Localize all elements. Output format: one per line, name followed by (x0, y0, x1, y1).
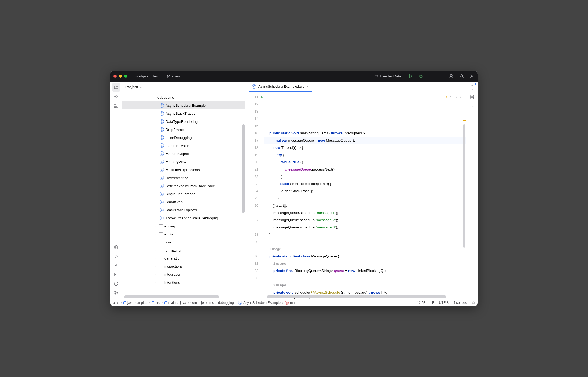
tree-twisty-icon[interactable]: › (153, 225, 157, 228)
tree-class[interactable]: CThrowExceptionWhileDebugging (122, 214, 245, 222)
breadcrumb-item[interactable]: debugging (218, 301, 234, 305)
breadcrumb-item[interactable]: java-samples (123, 301, 147, 305)
project-selector[interactable]: intellij-samples (133, 74, 165, 78)
tree-class[interactable]: CMultiLineExpressions (122, 166, 245, 174)
tree-class[interactable]: CAsyncStackTraces (122, 109, 245, 117)
code-line[interactable]: while (true) { (264, 158, 466, 166)
code-line[interactable]: } catch (InterruptedException e) { (264, 180, 466, 187)
vcs-tool-button[interactable] (112, 289, 120, 297)
tree-folder[interactable]: ›generation (122, 254, 245, 262)
tree-class[interactable]: CMemoryView (122, 158, 245, 166)
indent-settings[interactable]: 4 spaces (453, 301, 467, 305)
project-tree[interactable]: ⌄debuggingCAsyncSchedulerExampleCAsyncSt… (122, 92, 245, 295)
breadcrumb-item[interactable]: com (190, 301, 197, 305)
editor-tab[interactable]: C AsyncSchedulerExample.java × (249, 82, 312, 92)
code-line[interactable]: new Thread(() -> { (264, 144, 466, 151)
close-tab-icon[interactable]: × (307, 84, 309, 88)
code-line[interactable]: } (264, 195, 466, 202)
code-line[interactable]: private static final class MessageQueue … (264, 253, 466, 260)
problems-tool-button[interactable] (112, 279, 120, 288)
tree-class[interactable]: CMarkingObject (122, 150, 245, 158)
readonly-lock-icon[interactable] (472, 301, 475, 305)
run-button[interactable] (408, 73, 413, 79)
services-tool-button[interactable] (112, 243, 120, 252)
close-window[interactable] (113, 75, 117, 78)
tree-twisty-icon[interactable]: › (153, 281, 157, 284)
code-line[interactable]: } (264, 173, 466, 180)
editor-horizontal-scrollbar[interactable] (267, 295, 462, 298)
vcs-branch-selector[interactable]: main (165, 74, 187, 78)
tree-class[interactable]: CReverseString (122, 174, 245, 182)
file-encoding[interactable]: UTF-8 (439, 301, 449, 305)
editor-gutter[interactable]: 1112131415161718192021222324252627282930… (245, 92, 264, 299)
project-tool-button[interactable] (112, 83, 120, 92)
tree-folder[interactable]: ›editing (122, 222, 245, 230)
maven-tool-button[interactable]: m (468, 102, 476, 111)
code-line[interactable]: messageQueue.processNext(); (264, 166, 466, 173)
navigation-bar[interactable]: ples›java-samples›src›main›java›com›jetb… (113, 301, 297, 305)
tree-class[interactable]: CDataTypeRendering (122, 117, 245, 125)
zoom-window[interactable] (124, 75, 127, 78)
code-line[interactable]: private final BlockingQueue<String> queu… (264, 267, 466, 274)
tree-twisty-icon[interactable]: › (153, 257, 157, 260)
breadcrumb-item[interactable]: src (152, 301, 160, 305)
tree-folder[interactable]: ›inspections (122, 262, 245, 270)
caret-position[interactable]: 12:53 (417, 301, 425, 305)
code-line[interactable]: final var messageQueue = new MessageQueu… (264, 137, 466, 144)
tree-class[interactable]: CLambdaEvaluation (122, 142, 245, 150)
tree-folder[interactable]: ›integration (122, 270, 245, 278)
breadcrumb-item[interactable]: jetbrains (201, 301, 214, 305)
settings-button[interactable] (469, 73, 475, 79)
build-tool-button[interactable] (112, 261, 120, 270)
search-everywhere-button[interactable] (459, 73, 464, 79)
breadcrumb-item[interactable]: mmain (285, 301, 297, 305)
tree-twisty-icon[interactable]: › (153, 233, 157, 236)
more-actions[interactable]: ⋮ (428, 73, 434, 79)
commit-tool-button[interactable] (112, 92, 120, 101)
run-config-selector[interactable]: UserTestData (372, 74, 408, 78)
debug-button[interactable] (418, 73, 424, 79)
tab-list-menu[interactable]: ⋮ (458, 87, 464, 92)
tree-folder[interactable]: ›intentions (122, 278, 245, 286)
tree-class[interactable]: CSmartStep (122, 198, 245, 206)
tree-twisty-icon[interactable]: ⌄ (146, 96, 150, 99)
project-panel-header[interactable]: Project (122, 82, 245, 92)
tree-twisty-icon[interactable]: › (153, 241, 157, 244)
tree-class[interactable]: CAsyncSchedulerExample (122, 101, 245, 109)
tree-folder[interactable]: ›formatting (122, 246, 245, 254)
code-line[interactable]: e.printStackTrace(); (264, 187, 466, 195)
code-line[interactable]: } (264, 231, 466, 238)
code-line[interactable] (264, 238, 466, 245)
prev-highlight-icon[interactable]: 〈 (454, 94, 457, 101)
code-line[interactable] (264, 274, 466, 282)
error-stripe-marker[interactable] (463, 120, 466, 121)
tree-twisty-icon[interactable]: › (153, 265, 157, 268)
tree-folder[interactable]: ›entity (122, 230, 245, 238)
editor-scrollbar[interactable] (463, 124, 465, 248)
line-separator[interactable]: LF (430, 301, 434, 305)
breadcrumb-item[interactable]: java (180, 301, 186, 305)
tree-twisty-icon[interactable]: › (153, 273, 157, 276)
code-line[interactable]: messageQueue.schedule("message 3"); (264, 224, 466, 231)
tree-class[interactable]: CStackTraceExplorer (122, 206, 245, 214)
code-line[interactable]: }).start(); (264, 202, 466, 209)
tree-class[interactable]: CSetBreakpointFromStackTrace (122, 182, 245, 190)
tree-folder[interactable]: ⌄debugging (122, 93, 245, 101)
code-line[interactable]: messageQueue.schedule("message 2"); (264, 216, 466, 224)
database-tool-button[interactable] (468, 93, 476, 101)
terminal-tool-button[interactable] (112, 270, 120, 279)
code-line[interactable]: try { (264, 151, 466, 158)
breadcrumb-item[interactable]: CAsyncSchedulerExample (238, 301, 281, 305)
next-highlight-icon[interactable]: 〉 (460, 94, 463, 101)
notifications-button[interactable] (468, 83, 476, 92)
tree-class[interactable]: CDropFrame (122, 125, 245, 134)
code-line[interactable]: public static void main(String[] args) t… (264, 130, 466, 137)
breadcrumb-item[interactable]: ples (113, 301, 119, 305)
code-content[interactable]: ⚠ 1 〈 〉 public static void main(String[]… (264, 92, 466, 299)
run-tool-button[interactable] (112, 252, 120, 261)
minimize-window[interactable] (119, 75, 122, 78)
tree-class[interactable]: CSingleLineLambda (122, 190, 245, 198)
code-line[interactable]: 2 usages (264, 260, 466, 267)
code-line[interactable]: 3 usages (264, 282, 466, 289)
code-with-me-button[interactable] (449, 73, 454, 79)
